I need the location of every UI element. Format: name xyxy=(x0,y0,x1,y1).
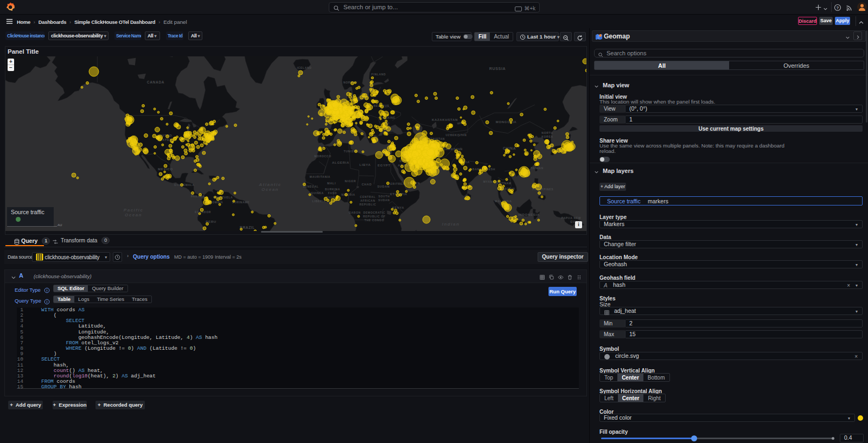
svg-text:AFRICAN: AFRICAN xyxy=(360,199,375,202)
svg-text:GABON: GABON xyxy=(349,211,361,214)
svg-text:KAZAKHSTAN: KAZAKHSTAN xyxy=(432,118,458,121)
svg-text:CENTRAL: CENTRAL xyxy=(360,195,376,198)
svg-text:FASO: FASO xyxy=(328,191,337,195)
svg-text:PAPUA NEW: PAPUA NEW xyxy=(561,216,581,220)
svg-text:LIBERIA: LIBERIA xyxy=(312,200,326,203)
svg-text:THE CONGO: THE CONGO xyxy=(365,219,385,222)
svg-text:CHINA: CHINA xyxy=(503,146,516,150)
svg-text:MOROCCO: MOROCCO xyxy=(314,155,331,158)
svg-text:GUINEA: GUINEA xyxy=(311,191,324,195)
svg-text:MALI: MALI xyxy=(327,182,336,185)
svg-text:ICELAND: ICELAND xyxy=(297,66,311,69)
svg-text:ERITREA: ERITREA xyxy=(391,182,405,185)
svg-text:EGYPT: EGYPT xyxy=(378,164,391,167)
svg-text:GUATEMALA: GUATEMALA xyxy=(174,183,195,187)
svg-text:BURKINA: BURKINA xyxy=(325,188,340,191)
svg-text:FINLAND: FINLAND xyxy=(372,73,386,76)
svg-text:REPUBLIC OF: REPUBLIC OF xyxy=(363,215,386,218)
svg-text:KOREA: KOREA xyxy=(541,135,553,138)
svg-text:MEXICO: MEXICO xyxy=(158,168,173,171)
svg-text:NIGERIA: NIGERIA xyxy=(341,193,355,196)
svg-text:REPUBLIC: REPUBLIC xyxy=(359,203,376,206)
svg-text:?: ? xyxy=(837,5,839,10)
svg-text:Indian: Indian xyxy=(442,222,460,227)
svg-text:CANADA: CANADA xyxy=(147,80,164,84)
svg-text:Pacific: Pacific xyxy=(124,208,143,213)
svg-text:Ocean: Ocean xyxy=(125,213,142,217)
svg-text:UKRAINE: UKRAINE xyxy=(380,116,395,119)
svg-text:SUDAN: SUDAN xyxy=(378,198,390,202)
svg-text:INDONESIA: INDONESIA xyxy=(518,213,540,216)
svg-text:KENYA: KENYA xyxy=(392,206,404,209)
svg-text:NIGER: NIGER xyxy=(345,179,356,183)
svg-text:MAURITANIA: MAURITANIA xyxy=(310,175,330,178)
svg-text:UZBEKISTAN: UZBEKISTAN xyxy=(446,133,467,137)
svg-text:RUSSIA: RUSSIA xyxy=(489,67,506,70)
svg-text:TAIWAN: TAIWAN xyxy=(531,166,544,170)
svg-text:SOUTH: SOUTH xyxy=(379,195,390,198)
svg-text:CHAD: CHAD xyxy=(362,183,372,186)
svg-text:NORTH: NORTH xyxy=(541,131,553,134)
svg-text:PANAMA: PANAMA xyxy=(191,195,205,198)
svg-text:Ocean: Ocean xyxy=(261,187,279,192)
svg-text:ALGERIA: ALGERIA xyxy=(332,161,349,164)
svg-text:DEMOCRATIC: DEMOCRATIC xyxy=(363,211,386,214)
svg-text:SUDAN: SUDAN xyxy=(377,185,390,188)
svg-text:Atlantic: Atlantic xyxy=(258,182,281,187)
svg-text:LIBYA: LIBYA xyxy=(360,163,371,166)
svg-text:MONGOLIA: MONGOLIA xyxy=(496,120,517,124)
